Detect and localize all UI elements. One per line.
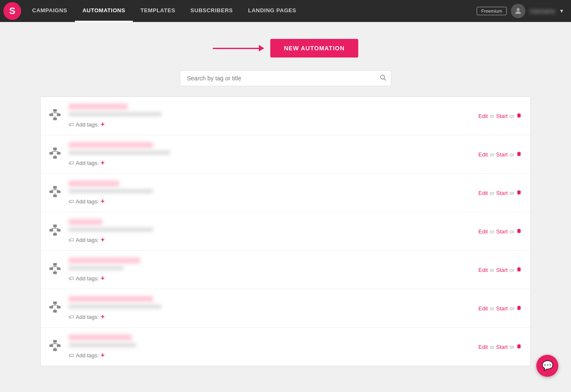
add-tags-label: Add tags:	[76, 198, 99, 205]
svg-rect-12	[49, 152, 53, 154]
tag-icon: 🏷	[69, 198, 74, 205]
svg-rect-54	[53, 348, 57, 351]
separator-2: or	[509, 228, 514, 235]
svg-rect-44	[49, 306, 53, 308]
automation-item: 🏷 Add tags: + Edit or Start or	[41, 174, 530, 212]
automation-item: 🏷 Add tags: + Edit or Start or	[41, 135, 530, 174]
edit-link[interactable]: Edit	[478, 113, 488, 119]
automation-actions: Edit or Start or	[478, 151, 522, 158]
delete-button[interactable]	[516, 228, 522, 235]
separator-2: or	[509, 113, 514, 119]
start-link[interactable]: Start	[496, 190, 508, 196]
add-tags-plus-button[interactable]: +	[101, 313, 104, 321]
nav-landing-pages[interactable]: LANDING PAGES	[240, 0, 304, 22]
svg-rect-14	[53, 156, 57, 159]
add-tags-label: Add tags:	[76, 160, 99, 166]
automation-subtitle	[69, 189, 153, 193]
svg-line-41	[55, 266, 59, 267]
tag-icon: 🏷	[69, 237, 74, 243]
add-tags-row: 🏷 Add tags: +	[69, 121, 478, 128]
add-tags-plus-button[interactable]: +	[101, 121, 104, 128]
delete-button[interactable]	[516, 266, 522, 274]
start-link[interactable]: Start	[496, 228, 508, 235]
svg-rect-37	[57, 267, 60, 270]
add-tags-row: 🏷 Add tags: +	[69, 159, 478, 167]
nav-links: CAMPAIGNS AUTOMATIONS TEMPLATES SUBSCRIB…	[25, 0, 477, 22]
start-link[interactable]: Start	[496, 344, 508, 350]
edit-link[interactable]: Edit	[478, 190, 488, 196]
automation-flow-icon	[49, 147, 61, 162]
add-tags-plus-button[interactable]: +	[101, 159, 104, 167]
start-link[interactable]: Start	[496, 151, 508, 158]
svg-rect-6	[53, 118, 57, 120]
search-input[interactable]	[180, 70, 391, 86]
delete-button[interactable]	[516, 343, 522, 351]
edit-link[interactable]: Edit	[478, 344, 488, 350]
svg-line-25	[55, 189, 59, 190]
nav-campaigns[interactable]: CAMPAIGNS	[25, 0, 75, 22]
search-icon-button[interactable]	[379, 74, 386, 82]
start-link[interactable]: Start	[496, 113, 508, 119]
svg-rect-13	[57, 152, 60, 154]
edit-link[interactable]: Edit	[478, 228, 488, 235]
tag-icon: 🏷	[69, 121, 74, 128]
edit-link[interactable]: Edit	[478, 305, 488, 312]
automation-subtitle	[69, 304, 162, 309]
automation-actions: Edit or Start or	[478, 343, 522, 351]
separator: or	[489, 305, 494, 312]
automation-info: 🏷 Add tags: +	[69, 142, 478, 167]
start-link[interactable]: Start	[496, 305, 508, 312]
svg-rect-4	[49, 113, 53, 116]
svg-rect-29	[57, 229, 60, 231]
automation-title	[69, 181, 119, 186]
automation-flow-icon	[49, 224, 61, 239]
svg-rect-21	[57, 190, 60, 193]
add-tags-plus-button[interactable]: +	[101, 351, 104, 359]
nav-automations[interactable]: AUTOMATIONS	[75, 0, 133, 22]
edit-link[interactable]: Edit	[478, 151, 488, 158]
separator-2: or	[509, 267, 514, 273]
svg-rect-28	[49, 229, 53, 231]
new-automation-button[interactable]: NEW AUTOMATION	[270, 39, 358, 58]
add-tags-plus-button[interactable]: +	[101, 236, 104, 244]
svg-line-57	[55, 343, 59, 344]
automation-subtitle	[69, 112, 162, 116]
search-icon	[379, 74, 386, 81]
dropdown-arrow-icon[interactable]: ▼	[559, 8, 564, 14]
svg-point-0	[517, 8, 520, 11]
svg-rect-5	[57, 113, 60, 116]
automation-title	[69, 296, 153, 302]
add-tags-label: Add tags:	[76, 352, 99, 359]
svg-line-16	[51, 151, 55, 152]
nav-subscribers[interactable]: SUBSCRIBERS	[183, 0, 240, 22]
add-tags-row: 🏷 Add tags: +	[69, 351, 478, 359]
svg-line-2	[384, 79, 386, 80]
automation-info: 🏷 Add tags: +	[69, 258, 478, 282]
delete-button[interactable]	[516, 151, 522, 158]
svg-rect-35	[53, 263, 57, 265]
delete-button[interactable]	[516, 305, 522, 312]
svg-line-32	[51, 228, 55, 229]
delete-button[interactable]	[516, 112, 522, 120]
delete-button[interactable]	[516, 189, 522, 197]
search-box	[180, 70, 391, 86]
automation-flow-icon	[49, 340, 61, 354]
logo: S	[3, 2, 21, 20]
add-tags-label: Add tags:	[76, 314, 99, 320]
add-tags-label: Add tags:	[76, 275, 99, 282]
svg-rect-52	[49, 344, 53, 347]
arrow-line	[213, 48, 264, 49]
add-tags-plus-button[interactable]: +	[101, 274, 104, 282]
nav-templates[interactable]: TEMPLATES	[133, 0, 183, 22]
automation-info: 🏷 Add tags: +	[69, 334, 478, 359]
add-tags-row: 🏷 Add tags: +	[69, 236, 478, 244]
avatar	[511, 4, 525, 18]
add-tags-row: 🏷 Add tags: +	[69, 313, 478, 321]
svg-line-40	[51, 266, 55, 267]
edit-link[interactable]: Edit	[478, 267, 488, 273]
add-tags-plus-button[interactable]: +	[101, 197, 104, 205]
chat-button[interactable]: 💬	[536, 355, 558, 377]
start-link[interactable]: Start	[496, 267, 508, 273]
automation-subtitle	[69, 228, 153, 232]
automation-actions: Edit or Start or	[478, 112, 522, 120]
